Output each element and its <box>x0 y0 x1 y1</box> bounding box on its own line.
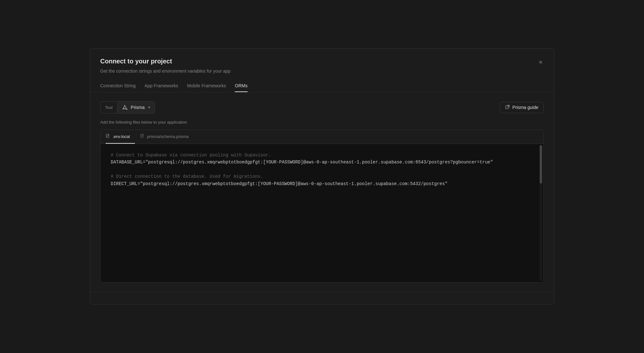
file-tabs-container: .env.local prisma/schema.prisma # Connec… <box>100 130 544 283</box>
scrollbar-track[interactable] <box>540 145 542 281</box>
file-icon-env <box>106 134 110 139</box>
tool-selector-row: Tool Prisma ▾ <box>100 101 544 113</box>
code-content: # Connect to Supabase via connection poo… <box>101 144 543 195</box>
modal-title: Connect to your project <box>100 58 172 65</box>
close-button[interactable]: × <box>537 58 544 67</box>
file-icon-schema <box>140 134 144 139</box>
selected-tool-label: Prisma <box>131 105 145 110</box>
code-comment-2: # Direct connection to the database. Use… <box>111 174 263 179</box>
file-tabs-row: .env.local prisma/schema.prisma <box>101 130 543 144</box>
bottom-bar <box>90 292 554 304</box>
file-tab-env-local[interactable]: .env.local <box>106 130 135 144</box>
tab-mobile-frameworks[interactable]: Mobile Frameworks <box>187 80 226 92</box>
prisma-guide-label: Prisma guide <box>512 105 538 110</box>
external-link-icon <box>505 105 510 110</box>
prisma-icon <box>122 104 128 111</box>
tab-app-frameworks[interactable]: App Frameworks <box>144 80 178 92</box>
file-tab-schema-prisma[interactable]: prisma/schema.prisma <box>140 130 194 144</box>
tool-label: Tool <box>101 103 117 112</box>
scrollbar-thumb[interactable] <box>540 145 542 184</box>
code-area: # Connect to Supabase via connection poo… <box>101 144 543 282</box>
tool-selector[interactable]: Tool Prisma ▾ <box>100 101 155 113</box>
modal: Connect to your project × Get the connec… <box>90 48 554 305</box>
prisma-guide-button[interactable]: Prisma guide <box>500 102 544 113</box>
tool-selected-prisma[interactable]: Prisma ▾ <box>117 102 155 113</box>
file-tab-env-label: .env.local <box>113 134 130 139</box>
tab-orms[interactable]: ORMs <box>235 80 248 92</box>
modal-subtitle: Get the connection strings and environme… <box>100 68 544 74</box>
code-comment-1: # Connect to Supabase via connection poo… <box>111 153 271 158</box>
modal-title-row: Connect to your project × <box>100 58 544 67</box>
code-direct-url: DIRECT_URL="postgresql://postgres.xmqrwe… <box>111 181 448 186</box>
modal-body: Tool Prisma ▾ <box>90 92 554 292</box>
add-files-hint: Add the following files below to your ap… <box>100 120 544 125</box>
code-database-url: DATABASE_URL="postgresql://postgres.xmqr… <box>111 160 493 165</box>
tabs-row: Connection String App Frameworks Mobile … <box>100 80 544 92</box>
tab-connection-string[interactable]: Connection String <box>100 80 136 92</box>
chevron-down-icon: ▾ <box>148 105 150 110</box>
file-tab-schema-label: prisma/schema.prisma <box>147 134 189 139</box>
modal-header: Connect to your project × Get the connec… <box>90 49 554 92</box>
